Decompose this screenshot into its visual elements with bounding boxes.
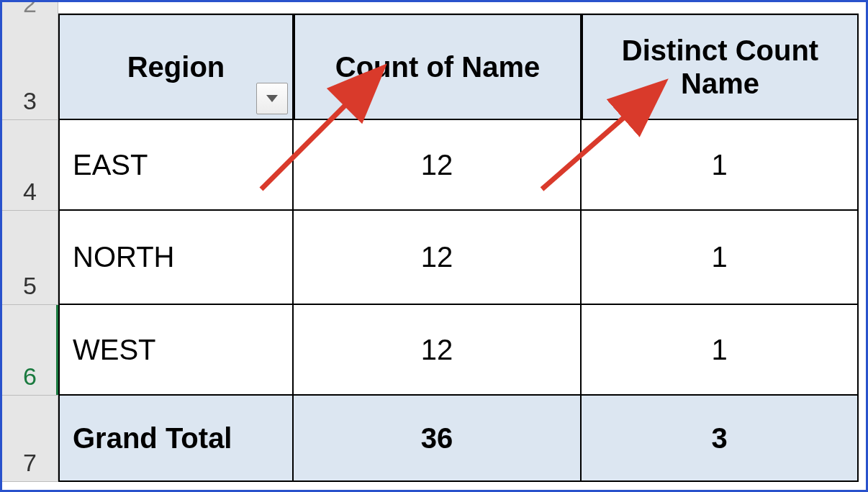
pivot-row-count[interactable]: 12 bbox=[294, 120, 582, 211]
spreadsheet-viewport: 2 3 Region Count of Name Distinct Count … bbox=[0, 0, 868, 492]
svg-marker-0 bbox=[266, 95, 278, 102]
cell-value: 12 bbox=[421, 241, 453, 273]
header-text: Distinct Count Name bbox=[589, 34, 851, 100]
cell-value: 1 bbox=[711, 334, 727, 366]
cell-value: 1 bbox=[711, 149, 727, 181]
cell-value: 3 bbox=[711, 422, 727, 455]
cell-value: 12 bbox=[421, 149, 453, 181]
row-header-4[interactable]: 4 bbox=[2, 120, 58, 211]
header-text: Region bbox=[127, 50, 225, 83]
empty-cell[interactable] bbox=[582, 2, 859, 14]
pivot-row-distinct[interactable]: 1 bbox=[582, 305, 859, 396]
row-header-6[interactable]: 6 bbox=[2, 305, 58, 396]
row-header-3[interactable]: 3 bbox=[2, 14, 58, 120]
cell-value: Grand Total bbox=[73, 422, 232, 455]
pivot-column-header-distinct-count-name[interactable]: Distinct Count Name bbox=[582, 14, 859, 120]
row-header-7[interactable]: 7 bbox=[2, 396, 58, 482]
row-header-5[interactable]: 5 bbox=[2, 211, 58, 305]
pivot-table-grid: 2 3 Region Count of Name Distinct Count … bbox=[2, 2, 866, 482]
pivot-column-header-region[interactable]: Region bbox=[58, 14, 294, 120]
cell-value: NORTH bbox=[73, 241, 174, 273]
cell-value: 1 bbox=[711, 241, 727, 273]
cell-value: WEST bbox=[73, 334, 156, 366]
pivot-grand-total-distinct[interactable]: 3 bbox=[582, 396, 859, 482]
cell-value: 12 bbox=[421, 334, 453, 366]
row-header-label: 3 bbox=[23, 87, 37, 115]
header-text: Count of Name bbox=[335, 50, 540, 83]
cell-value: EAST bbox=[73, 149, 148, 181]
region-filter-dropdown[interactable] bbox=[256, 83, 288, 114]
pivot-row-distinct[interactable]: 1 bbox=[582, 211, 859, 305]
empty-cell[interactable] bbox=[58, 2, 294, 14]
pivot-row-count[interactable]: 12 bbox=[294, 305, 582, 396]
pivot-row-count[interactable]: 12 bbox=[294, 211, 582, 305]
pivot-grand-total-count[interactable]: 36 bbox=[294, 396, 582, 482]
pivot-row-distinct[interactable]: 1 bbox=[582, 120, 859, 211]
chevron-down-icon bbox=[265, 94, 279, 104]
row-header-label: 6 bbox=[23, 363, 37, 391]
pivot-column-header-count-of-name[interactable]: Count of Name bbox=[294, 14, 582, 120]
pivot-row-region[interactable]: WEST bbox=[58, 305, 294, 396]
pivot-row-region[interactable]: NORTH bbox=[58, 211, 294, 305]
cell-value: 36 bbox=[421, 422, 453, 455]
pivot-grand-total-label[interactable]: Grand Total bbox=[58, 396, 294, 482]
row-header-label: 2 bbox=[23, 0, 37, 18]
empty-cell[interactable] bbox=[294, 2, 582, 14]
row-header-label: 7 bbox=[23, 449, 37, 477]
row-header-label: 4 bbox=[23, 178, 37, 206]
row-header-label: 5 bbox=[23, 272, 37, 300]
row-header-2[interactable]: 2 bbox=[2, 2, 58, 14]
pivot-row-region[interactable]: EAST bbox=[58, 120, 294, 211]
